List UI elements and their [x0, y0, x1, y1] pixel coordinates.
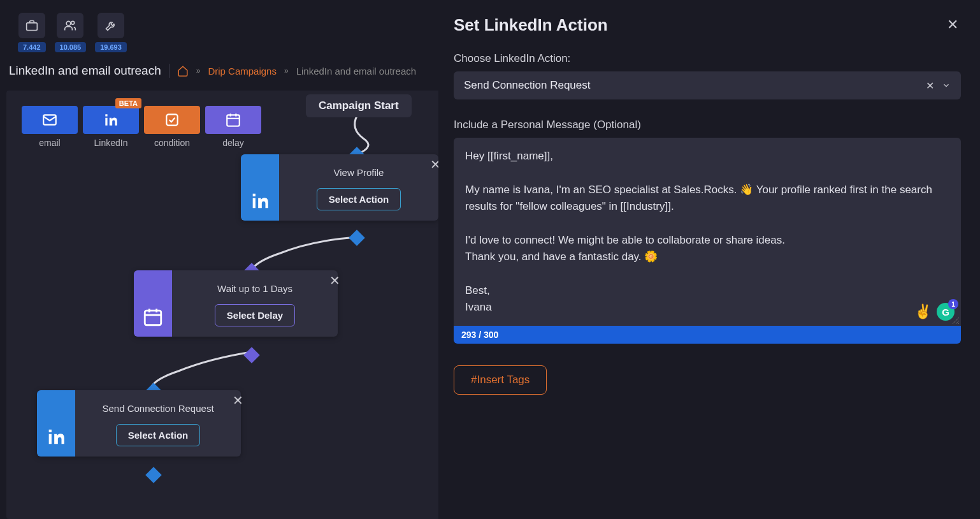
tool-settings[interactable]: 19.693 [95, 13, 127, 52]
palette-label: LinkedIn [94, 138, 128, 148]
svg-rect-9 [145, 311, 161, 325]
close-icon[interactable]: ✕ [944, 14, 961, 36]
palette-linkedin[interactable]: BETA LinkedIn [83, 106, 139, 148]
svg-rect-5 [227, 115, 240, 126]
clear-icon[interactable]: ✕ [926, 80, 934, 92]
message-textarea[interactable]: Hey [[first_name]], My name is Ivana, I'… [454, 138, 961, 326]
breadcrumb-current: LinkedIn and email outreach [296, 66, 416, 77]
choose-action-label: Choose LinkedIn Action: [454, 52, 961, 65]
svg-rect-4 [166, 114, 177, 125]
linkedin-icon [83, 106, 139, 134]
palette-condition[interactable]: condition [144, 106, 200, 148]
page-title: LinkedIn and email outreach [9, 64, 161, 78]
flow-node-delay[interactable]: ✕ Wait up to 1 Days Select Delay [134, 270, 338, 337]
chevron-down-icon[interactable] [942, 81, 951, 90]
campaign-start: Campaign Start [306, 94, 412, 117]
node-title: Send Connection Request [87, 403, 229, 414]
briefcase-icon [18, 13, 45, 38]
tool-people[interactable]: 10.085 [55, 13, 87, 52]
svg-point-2 [71, 21, 75, 24]
calendar-icon [205, 106, 261, 134]
palette-label: email [39, 138, 60, 148]
linkedin-action-panel: Set LinkedIn Action ✕ Choose LinkedIn Ac… [438, 0, 980, 519]
tool-count-1: 7.442 [18, 42, 46, 52]
divider [169, 64, 169, 78]
selected-action-value: Send Connection Request [464, 79, 590, 92]
linkedin-icon [241, 154, 279, 221]
connector-diamond [349, 230, 364, 245]
tool-briefcase[interactable]: 7.442 [18, 13, 46, 52]
action-select[interactable]: Send Connection Request ✕ [454, 71, 961, 99]
palette-delay[interactable]: delay [205, 106, 261, 148]
emoji-icon[interactable]: ✌️ [914, 303, 932, 320]
node-title: Wait up to 1 Days [184, 283, 326, 294]
select-action-button[interactable]: Select Action [116, 424, 200, 446]
home-icon[interactable] [177, 65, 189, 77]
grammarly-icon[interactable]: G 1 [937, 303, 955, 321]
email-icon [22, 106, 78, 134]
beta-badge: BETA [115, 98, 141, 108]
palette-email[interactable]: email [22, 106, 78, 148]
calendar-icon [134, 270, 172, 337]
insert-tags-button[interactable]: #Insert Tags [454, 365, 547, 395]
flow-node-linkedin-connection[interactable]: ✕ Send Connection Request Select Action [37, 390, 241, 457]
people-icon [57, 13, 83, 38]
connector-diamond [243, 347, 259, 363]
close-icon[interactable]: ✕ [230, 390, 246, 411]
tool-count-3: 19.693 [95, 42, 127, 52]
block-palette: email BETA LinkedIn condition delay [22, 106, 261, 148]
node-title: View Profile [291, 167, 427, 178]
condition-icon [144, 106, 200, 134]
palette-label: delay [222, 138, 243, 148]
select-action-button[interactable]: Select Action [317, 188, 401, 210]
message-label: Include a Personal Message (Optional) [454, 119, 961, 131]
panel-title: Set LinkedIn Action [454, 15, 608, 35]
chevron-icon: » [196, 66, 201, 75]
svg-rect-0 [26, 23, 37, 31]
tool-count-2: 10.085 [55, 42, 87, 52]
select-delay-button[interactable]: Select Delay [215, 304, 295, 326]
wrench-icon [97, 13, 124, 38]
close-icon[interactable]: ✕ [327, 270, 343, 291]
linkedin-icon [37, 390, 75, 457]
char-counter: 293 / 300 [454, 326, 961, 344]
svg-point-1 [67, 21, 71, 26]
palette-label: condition [154, 138, 190, 148]
chevron-icon: » [284, 66, 289, 75]
connector-diamond [145, 467, 161, 483]
flow-node-linkedin-view-profile[interactable]: ✕ View Profile Select Action [241, 154, 438, 221]
breadcrumb-link[interactable]: Drip Campaigns [208, 66, 277, 77]
